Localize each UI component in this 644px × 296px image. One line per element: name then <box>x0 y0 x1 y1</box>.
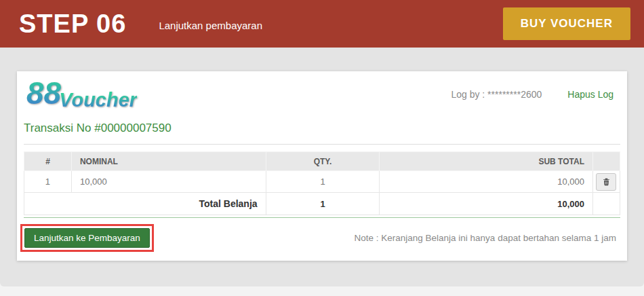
item-number: 1 <box>24 171 72 193</box>
total-label: Total Belanja <box>24 193 266 215</box>
step-banner: STEP 06 Lanjutkan pembayaran BUY VOUCHER <box>0 0 644 48</box>
item-nominal: 10,000 <box>71 171 266 193</box>
card-header-row: 88 Voucher Log by : *********2600 Hapus … <box>24 71 620 113</box>
site-logo[interactable]: 88 Voucher <box>26 79 137 110</box>
item-qty: 1 <box>266 171 380 193</box>
transaction-number-title: Transaksi No #00000007590 <box>24 113 620 145</box>
total-amount: 10,000 <box>380 193 593 215</box>
col-header-number: # <box>24 152 72 171</box>
col-header-qty: QTY. <box>266 152 380 171</box>
trash-icon <box>602 177 611 187</box>
cart-total-row: Total Belanja 1 10,000 <box>24 193 620 215</box>
col-header-actions <box>592 152 620 171</box>
buy-voucher-button[interactable]: BUY VOUCHER <box>503 7 630 40</box>
logged-in-user: Log by : *********2600 <box>451 89 542 100</box>
step-subtitle: Lanjutkan pembayaran <box>159 20 262 31</box>
col-header-subtotal: SUB TOTAL <box>380 152 593 171</box>
col-header-nominal: NOMINAL <box>71 152 266 171</box>
cart-item-row: 1 10,000 1 10,000 <box>24 171 620 193</box>
item-actions-cell <box>592 171 620 193</box>
logo-voucher-text: Voucher <box>59 90 137 110</box>
tutorial-highlight-box: Lanjutkan ke Pembayaran <box>20 224 154 252</box>
cart-expiry-note: Note : Keranjang Belanja ini hanya dapat… <box>354 233 620 243</box>
delete-item-button[interactable] <box>596 173 616 191</box>
cart-table-header-row: # NOMINAL QTY. SUB TOTAL <box>24 152 620 171</box>
step-title: STEP 06 <box>19 11 126 37</box>
card-footer: Lanjutkan ke Pembayaran Note : Keranjang… <box>24 217 620 261</box>
logo-88-text: 88 <box>26 79 61 109</box>
total-actions-cell <box>592 193 620 215</box>
item-subtotal: 10,000 <box>380 171 593 193</box>
hapus-log-link[interactable]: Hapus Log <box>567 89 613 100</box>
total-qty: 1 <box>266 193 380 215</box>
cart-table: # NOMINAL QTY. SUB TOTAL 1 10,000 1 10,0… <box>24 151 620 215</box>
cart-card: 88 Voucher Log by : *********2600 Hapus … <box>17 71 627 261</box>
continue-payment-button[interactable]: Lanjutkan ke Pembayaran <box>24 228 150 248</box>
